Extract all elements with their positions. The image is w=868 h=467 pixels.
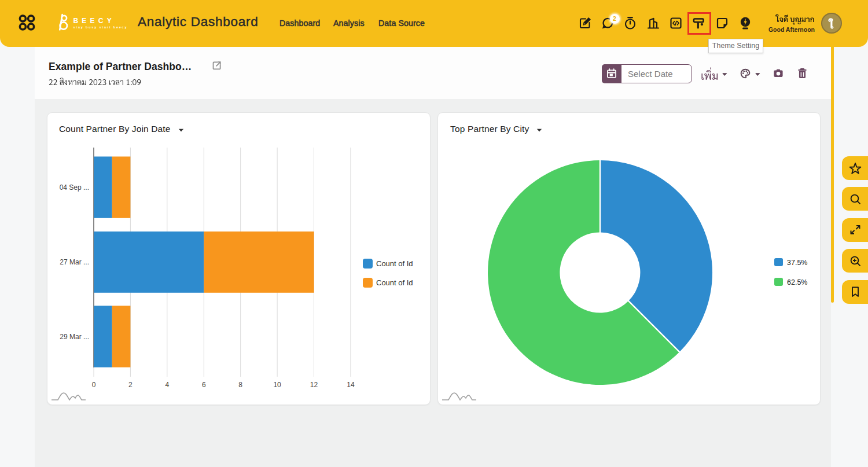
svg-text:10: 10 bbox=[273, 381, 281, 389]
svg-text:0: 0 bbox=[92, 381, 96, 389]
svg-text:Count of Id: Count of Id bbox=[376, 259, 413, 268]
svg-text:6: 6 bbox=[202, 381, 206, 389]
svg-text:2: 2 bbox=[128, 381, 133, 389]
svg-text:27 Mar ...: 27 Mar ... bbox=[60, 258, 89, 266]
svg-text:04 Sep ...: 04 Sep ... bbox=[60, 183, 89, 192]
svg-text:29 Mar ...: 29 Mar ... bbox=[60, 333, 89, 341]
svg-text:4: 4 bbox=[165, 381, 169, 389]
svg-text:14: 14 bbox=[347, 381, 355, 389]
svg-text:37.5%: 37.5% bbox=[787, 259, 807, 267]
svg-text:62.5%: 62.5% bbox=[787, 278, 807, 286]
svg-text:12: 12 bbox=[310, 381, 318, 389]
svg-text:Count of Id: Count of Id bbox=[376, 278, 413, 287]
svg-text:8: 8 bbox=[238, 381, 242, 389]
